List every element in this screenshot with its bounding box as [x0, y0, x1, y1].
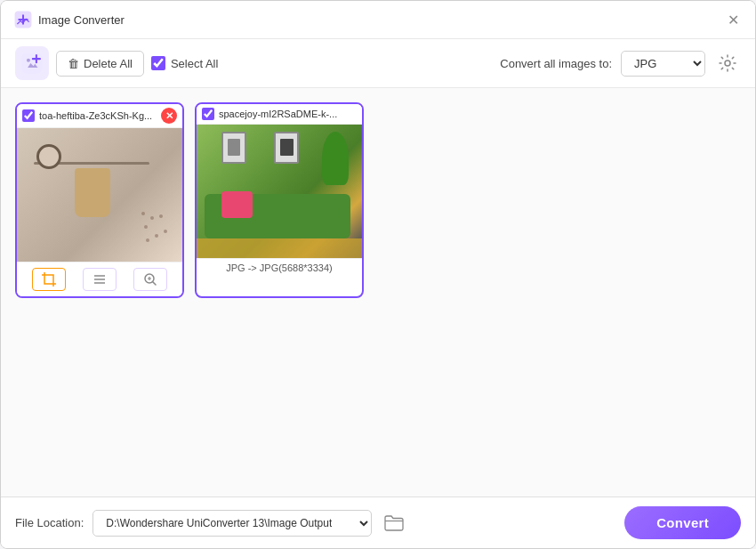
- svg-point-3: [725, 61, 730, 66]
- app-logo-icon: [13, 10, 33, 29]
- convert-button[interactable]: Convert: [624, 506, 741, 539]
- image-card-1: toa-heftiba-Ze3cKSh-Kg... ✕: [15, 102, 184, 298]
- svg-line-20: [152, 282, 156, 286]
- card-2-checkbox[interactable]: [202, 108, 214, 120]
- frame2-decoration: [274, 132, 299, 164]
- svg-point-10: [146, 238, 149, 242]
- card-2-image: [197, 125, 362, 258]
- footer-left: File Location: D:\Wondershare UniConvert…: [15, 510, 407, 537]
- footer: File Location: D:\Wondershare UniConvert…: [1, 497, 755, 548]
- format-select[interactable]: JPG PNG BMP GIF TIFF WEBP: [621, 51, 705, 77]
- content-area: toa-heftiba-Ze3cKSh-Kg... ✕: [1, 88, 755, 497]
- file-location-label: File Location:: [15, 516, 84, 529]
- card-1-filename: toa-heftiba-Ze3cKSh-Kg...: [39, 110, 161, 121]
- open-folder-button[interactable]: [381, 510, 407, 537]
- svg-point-4: [141, 212, 145, 215]
- delete-all-label: Delete All: [84, 57, 133, 70]
- card-1-crop-button[interactable]: [32, 268, 66, 291]
- images-grid: toa-heftiba-Ze3cKSh-Kg... ✕: [15, 102, 741, 298]
- convert-button-label: Convert: [656, 515, 709, 530]
- trash-icon: 🗑: [68, 57, 79, 70]
- folder-icon: [384, 515, 404, 531]
- add-image-button[interactable]: [15, 46, 49, 80]
- add-image-icon: [20, 52, 44, 75]
- image-card-2: spacejoy-mI2RSaDME-k-...: [195, 102, 364, 298]
- svg-point-2: [27, 59, 30, 62]
- toolbar: 🗑 Delete All Select All Convert all imag…: [1, 39, 755, 88]
- svg-point-8: [164, 230, 167, 233]
- toolbar-right: Convert all images to: JPG PNG BMP GIF T…: [500, 50, 741, 77]
- title-bar: Image Converter ✕: [1, 1, 755, 39]
- convert-format-label: Convert all images to:: [500, 57, 612, 70]
- title-bar-left: Image Converter: [13, 10, 125, 29]
- settings-button[interactable]: [714, 50, 741, 77]
- svg-rect-11: [44, 275, 53, 284]
- svg-point-5: [150, 216, 154, 220]
- frame1-decoration: [221, 132, 246, 164]
- select-all-label: Select All: [171, 57, 218, 70]
- floor-decoration: [197, 238, 362, 259]
- list-icon: [92, 272, 107, 287]
- card-2-info: JPG -> JPG(5688*3334): [197, 258, 362, 277]
- card-1-image: [17, 128, 182, 262]
- zoom-icon: [143, 272, 157, 287]
- card-1-remove-button[interactable]: ✕: [161, 108, 177, 124]
- cushion-decoration: [221, 191, 253, 218]
- close-button[interactable]: ✕: [723, 10, 743, 29]
- settings-icon: [718, 53, 737, 73]
- window-title: Image Converter: [38, 13, 125, 27]
- plant-decoration: [322, 132, 349, 185]
- svg-point-7: [159, 214, 163, 218]
- svg-point-9: [155, 234, 158, 238]
- card-2-filename: spacejoy-mI2RSaDME-k-...: [219, 109, 357, 119]
- svg-rect-1: [22, 53, 43, 74]
- card-1-list-button[interactable]: [83, 268, 117, 291]
- main-window: Image Converter ✕ 🗑 Delete All: [0, 0, 756, 549]
- crop-icon: [42, 272, 56, 287]
- output-path-select[interactable]: D:\Wondershare UniConverter 13\Image Out…: [92, 510, 372, 537]
- card-1-header: toa-heftiba-Ze3cKSh-Kg... ✕: [17, 104, 182, 128]
- jacket-decoration: [75, 168, 110, 217]
- select-all-checkbox[interactable]: [151, 56, 165, 70]
- clock-decoration: [36, 144, 61, 169]
- card-2-header: spacejoy-mI2RSaDME-k-...: [197, 104, 362, 125]
- svg-point-6: [144, 225, 148, 229]
- card-1-actions: [17, 262, 182, 296]
- toolbar-left: 🗑 Delete All Select All: [15, 46, 493, 80]
- select-all-container[interactable]: Select All: [151, 56, 218, 70]
- dots-decoration: [139, 209, 174, 248]
- card-1-zoom-button[interactable]: [133, 268, 167, 291]
- card-1-checkbox[interactable]: [22, 109, 35, 122]
- delete-all-button[interactable]: 🗑 Delete All: [56, 51, 144, 77]
